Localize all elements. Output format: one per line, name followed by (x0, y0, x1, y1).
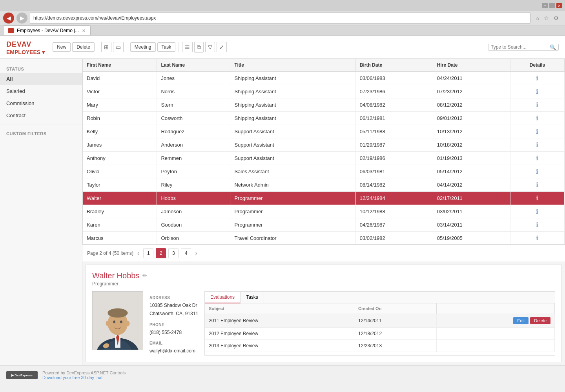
cell-details[interactable]: ℹ (510, 205, 564, 218)
cell-details[interactable]: ℹ (510, 71, 564, 85)
forward-button[interactable]: ▶ (16, 13, 27, 24)
eval-delete-button[interactable]: Delete (530, 317, 550, 324)
search-icon: 🔍 (550, 44, 556, 50)
col-last-name[interactable]: Last Name (157, 59, 230, 71)
page-1-button[interactable]: 1 (143, 248, 153, 258)
search-input[interactable] (491, 44, 550, 50)
fullscreen-button[interactable]: ⤢ (217, 42, 227, 52)
grid-container[interactable]: First Name Last Name Title Birth Date Hi… (82, 59, 565, 245)
table-row[interactable]: Karen Goodson Programmer 04/26/1987 03/1… (83, 218, 565, 232)
info-icon[interactable]: ℹ (536, 235, 538, 241)
info-icon[interactable]: ℹ (536, 221, 538, 228)
cell-details[interactable]: ℹ (510, 218, 564, 232)
close-button[interactable]: ✕ (556, 3, 562, 8)
task-button[interactable]: Task (157, 42, 176, 52)
cell-details[interactable]: ℹ (510, 192, 564, 205)
delete-button[interactable]: Delete (72, 42, 95, 52)
cell-details[interactable]: ℹ (510, 125, 564, 138)
col-first-name[interactable]: First Name (83, 59, 157, 71)
minimize-button[interactable]: − (542, 3, 548, 8)
info-icon[interactable]: ℹ (536, 115, 538, 122)
page-4-button[interactable]: 4 (181, 248, 191, 258)
page-3-button[interactable]: 3 (168, 248, 179, 258)
star-icon[interactable]: ☆ (544, 15, 549, 21)
card-icon-button[interactable]: ▭ (113, 42, 124, 52)
eval-actions[interactable]: EditDelete (437, 314, 555, 327)
svg-point-7 (106, 321, 109, 326)
footer-download-link[interactable]: Download your free 30-day trial (42, 375, 102, 380)
info-icon[interactable]: ℹ (536, 208, 538, 215)
table-row[interactable]: Marcus Orbison Travel Coordinator 03/02/… (83, 232, 565, 245)
maximize-button[interactable]: □ (549, 3, 555, 8)
back-button[interactable]: ◀ (3, 13, 14, 24)
eval-col-actions (437, 303, 555, 314)
info-icon[interactable]: ℹ (536, 168, 538, 175)
table-row[interactable]: Anthony Remmen Support Assistant 02/19/1… (83, 152, 565, 165)
cell-details[interactable]: ℹ (510, 85, 564, 98)
table-row[interactable]: Walter Hobbs Programmer 12/24/1984 02/17… (83, 192, 565, 205)
tab-evaluations[interactable]: Evaluations (205, 292, 241, 303)
sidebar-item-salaried[interactable]: Salaried (0, 85, 82, 97)
filter-button[interactable]: ▽ (205, 42, 215, 52)
cell-title: Travel Coordinator (230, 232, 355, 245)
sidebar-item-commission[interactable]: Commission (0, 97, 82, 109)
cell-birth-date: 04/26/1987 (355, 218, 433, 232)
new-button[interactable]: New (53, 42, 71, 52)
tab-close-icon[interactable]: ✕ (82, 28, 86, 33)
sidebar-item-all[interactable]: All (0, 73, 82, 85)
home-icon[interactable]: ⌂ (536, 15, 539, 21)
layout-icon-button[interactable]: ⊞ (101, 42, 111, 52)
next-page-button[interactable]: › (193, 250, 199, 257)
cell-details[interactable]: ℹ (510, 152, 564, 165)
browser-tab[interactable]: Employees - DevAV Demo |... ✕ (3, 25, 91, 35)
col-hire-date[interactable]: Hire Date (433, 59, 510, 71)
address-bar[interactable]: https://demos.devexpress.com/rwa/devav/E… (30, 13, 530, 24)
table-row[interactable]: Bradley Jameson Programmer 10/12/1988 03… (83, 205, 565, 218)
split-view-button[interactable]: ⧉ (194, 42, 204, 53)
eval-row[interactable]: 2012 Employee Review 12/18/2012 (205, 327, 554, 339)
info-icon[interactable]: ℹ (536, 155, 538, 162)
eval-row[interactable]: 2011 Employee Review 12/14/2011 EditDele… (205, 314, 554, 327)
cell-details[interactable]: ℹ (510, 178, 564, 192)
page-2-button[interactable]: 2 (156, 248, 166, 258)
eval-row[interactable]: 2013 Employee Review 12/23/2013 (205, 339, 554, 352)
info-icon[interactable]: ℹ (536, 195, 538, 201)
table-row[interactable]: Robin Cosworth Shipping Assistant 06/12/… (83, 112, 565, 125)
table-row[interactable]: Olivia Peyton Sales Assistant 06/03/1981… (83, 165, 565, 178)
cell-first-name: Karen (83, 218, 157, 232)
col-birth-date[interactable]: Birth Date (355, 59, 433, 71)
eval-subject: 2012 Employee Review (205, 327, 354, 339)
edit-name-icon[interactable]: ✏ (142, 272, 147, 279)
table-row[interactable]: Mary Stern Shipping Assistant 04/08/1982… (83, 98, 565, 112)
sidebar-item-contract[interactable]: Contract (0, 109, 82, 122)
logo-employees[interactable]: EMPLOYEES ▾ (6, 49, 45, 55)
cell-details[interactable]: ℹ (510, 112, 564, 125)
search-box[interactable]: 🔍 (488, 44, 559, 51)
gear-icon[interactable]: ⚙ (554, 15, 559, 21)
table-row[interactable]: James Anderson Support Assistant 01/29/1… (83, 138, 565, 152)
meeting-button[interactable]: Meeting (130, 42, 156, 52)
main-content: STATUS All Salaried Commission Contract … (0, 59, 565, 365)
tab-tasks[interactable]: Tasks (241, 292, 264, 303)
cell-details[interactable]: ℹ (510, 98, 564, 112)
table-row[interactable]: Kelly Rodriguez Support Assistant 05/11/… (83, 125, 565, 138)
prev-page-button[interactable]: ‹ (136, 250, 141, 257)
cell-details[interactable]: ℹ (510, 165, 564, 178)
table-row[interactable]: David Jones Shipping Assistant 03/06/198… (83, 71, 565, 85)
info-icon[interactable]: ℹ (536, 181, 538, 188)
list-view-button[interactable]: ☰ (182, 42, 193, 52)
info-icon[interactable]: ℹ (536, 75, 538, 82)
tab-icon (8, 28, 14, 33)
cell-details[interactable]: ℹ (510, 138, 564, 152)
info-icon[interactable]: ℹ (536, 142, 538, 148)
table-row[interactable]: Taylor Riley Network Admin 08/14/1982 04… (83, 178, 565, 192)
cell-details[interactable]: ℹ (510, 232, 564, 245)
col-title[interactable]: Title (230, 59, 355, 71)
info-icon[interactable]: ℹ (536, 102, 538, 108)
eval-created: 12/18/2012 (354, 327, 437, 339)
cell-last-name: Hobbs (157, 192, 230, 205)
eval-edit-button[interactable]: Edit (513, 317, 529, 324)
table-row[interactable]: Victor Norris Shipping Assistant 07/23/1… (83, 85, 565, 98)
info-icon[interactable]: ℹ (536, 128, 538, 135)
info-icon[interactable]: ℹ (536, 88, 538, 95)
